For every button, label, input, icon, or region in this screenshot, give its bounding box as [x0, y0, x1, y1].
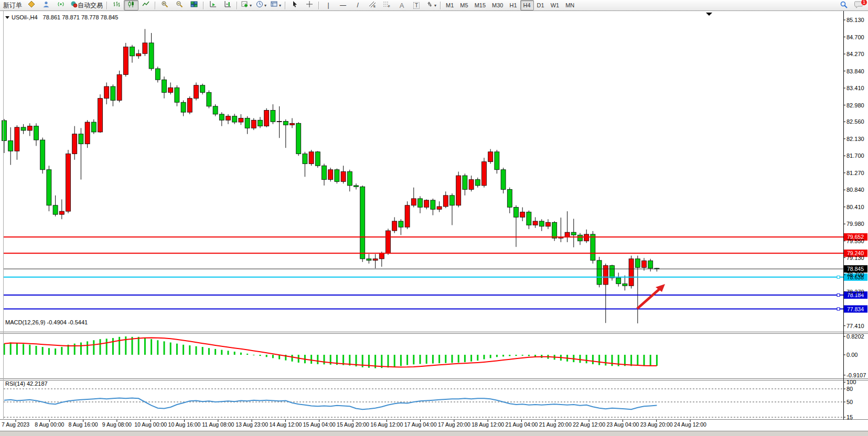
signal-button[interactable]: [53, 0, 68, 10]
timeframe-m15[interactable]: M15: [471, 0, 489, 10]
time-label[interactable]: 14 Aug 12:00: [269, 421, 302, 428]
time-label[interactable]: 13 Aug 23:00: [235, 421, 268, 428]
time-label[interactable]: 15 Aug 04:00: [303, 421, 336, 428]
time-label[interactable]: 15 Aug 20:00: [337, 421, 369, 428]
timeframe-mn[interactable]: MN: [562, 0, 577, 10]
equidistant-channel-button[interactable]: E: [365, 0, 380, 10]
line-handle[interactable]: [837, 308, 840, 310]
line-chart-button[interactable]: [138, 0, 153, 10]
crosshair-button[interactable]: [302, 0, 317, 10]
price-tick-label: 80.410: [846, 204, 864, 210]
macd-bar: [202, 347, 203, 355]
time-label[interactable]: 10 Aug 16:00: [168, 421, 201, 428]
line-handle[interactable]: [837, 294, 840, 297]
zoom-out-button[interactable]: [172, 0, 187, 10]
bar-chart-button[interactable]: [109, 0, 124, 10]
candle-body: [290, 123, 295, 125]
horizontal-line-button[interactable]: —: [336, 0, 350, 10]
tile-windows-button[interactable]: [187, 0, 201, 10]
candle-body: [450, 195, 455, 205]
time-label[interactable]: 9 Aug 08:00: [102, 421, 132, 428]
chat-button[interactable]: 1: [851, 1, 866, 11]
macd-axis-label: 0.00: [846, 352, 858, 358]
timeframe-m1[interactable]: M1: [443, 0, 457, 10]
zoom-out-icon: [176, 1, 183, 10]
templates-button[interactable]: ▾: [269, 0, 283, 10]
search-button[interactable]: [837, 1, 851, 11]
auto-scroll-button[interactable]: [206, 0, 220, 10]
candle-body: [155, 69, 160, 80]
timeframe-m30[interactable]: M30: [489, 0, 506, 10]
time-label[interactable]: 10 Aug 00:00: [134, 421, 167, 428]
arrows-button[interactable]: ▾: [424, 0, 438, 10]
time-label[interactable]: 23 Aug 20:00: [640, 421, 673, 428]
candle-body: [616, 278, 621, 284]
zoom-in-button[interactable]: [157, 0, 172, 10]
candle-body: [488, 152, 493, 162]
time-label[interactable]: 17 Aug 20:00: [438, 421, 470, 428]
timeframe-w1[interactable]: W1: [548, 0, 563, 10]
text-button[interactable]: A: [394, 0, 409, 10]
candle-body: [315, 152, 320, 166]
chart-shift-button[interactable]: [220, 0, 235, 10]
candle-body: [469, 180, 474, 190]
time-label[interactable]: 18 Aug 12:00: [471, 421, 504, 428]
candle-body: [495, 152, 499, 170]
candle-body: [296, 123, 301, 154]
time-label[interactable]: 7 Aug 2023: [2, 421, 29, 428]
macd-bar: [413, 355, 414, 364]
market-watch-button[interactable]: [24, 0, 39, 10]
candle-chart-button[interactable]: [124, 0, 138, 10]
timeframe-m5[interactable]: M5: [457, 0, 471, 10]
candle-body: [194, 85, 199, 99]
macd-bar: [310, 355, 312, 364]
time-label[interactable]: 8 Aug 00:00: [35, 421, 64, 428]
profile-button[interactable]: [39, 0, 53, 10]
line-chart-icon: [142, 1, 149, 10]
candle-body: [642, 261, 647, 268]
text-label-button[interactable]: T: [409, 0, 424, 10]
diamond-icon: [28, 1, 35, 10]
time-label[interactable]: 16 Aug 12:00: [370, 421, 403, 428]
trendline-button[interactable]: /: [350, 0, 365, 10]
candle-body: [399, 221, 403, 227]
trend-arrow-shaft[interactable]: [637, 289, 660, 309]
periods-button[interactable]: ▾: [254, 0, 269, 10]
text-label-icon: T: [413, 2, 420, 9]
new-order-button[interactable]: 新订单: [1, 0, 24, 10]
time-label[interactable]: 17 Aug 04:00: [404, 421, 437, 428]
fibonacci-button[interactable]: F: [380, 0, 394, 10]
time-label[interactable]: 22 Aug 12:00: [573, 421, 605, 428]
candle-body: [117, 74, 122, 100]
clock-icon: [256, 1, 263, 10]
line-handle[interactable]: [837, 276, 840, 278]
time-label[interactable]: 23 Aug 04:00: [606, 421, 639, 428]
candle-body: [91, 122, 96, 132]
zoom-in-icon: [161, 1, 168, 10]
candle-body: [143, 43, 147, 53]
time-label[interactable]: 11 Aug 08:00: [202, 421, 234, 428]
candle-body: [271, 110, 275, 122]
macd-bar: [10, 343, 12, 355]
chart-shift-marker[interactable]: [706, 13, 712, 16]
vertical-line-button[interactable]: |: [321, 0, 336, 10]
time-label[interactable]: 21 Aug 20:00: [539, 421, 572, 428]
macd-bar: [55, 348, 56, 355]
timeframe-d1[interactable]: D1: [534, 0, 548, 10]
autotrade-button[interactable]: 自动交易: [68, 0, 105, 10]
autotrade-icon: [70, 1, 78, 10]
one-click-trading-icon[interactable]: [5, 16, 9, 19]
timeframe-h1[interactable]: H1: [506, 0, 520, 10]
macd-bar: [208, 348, 210, 355]
timeframe-h4[interactable]: H4: [520, 0, 534, 10]
macd-bar: [528, 355, 530, 356]
price-lines: 79.65279.24078.84578.63878.18477.834: [4, 233, 867, 312]
time-label[interactable]: 21 Aug 04:00: [506, 421, 538, 428]
cursor-button[interactable]: [287, 0, 302, 10]
candle-body: [552, 222, 557, 238]
candle-body: [623, 284, 627, 286]
indicators-button[interactable]: ▾: [239, 0, 254, 10]
time-label[interactable]: 8 Aug 16:00: [69, 421, 98, 428]
chart-canvas[interactable]: 79.65279.24078.84578.63878.18477.83485.1…: [0, 11, 868, 436]
time-label[interactable]: 24 Aug 12:00: [674, 421, 706, 428]
